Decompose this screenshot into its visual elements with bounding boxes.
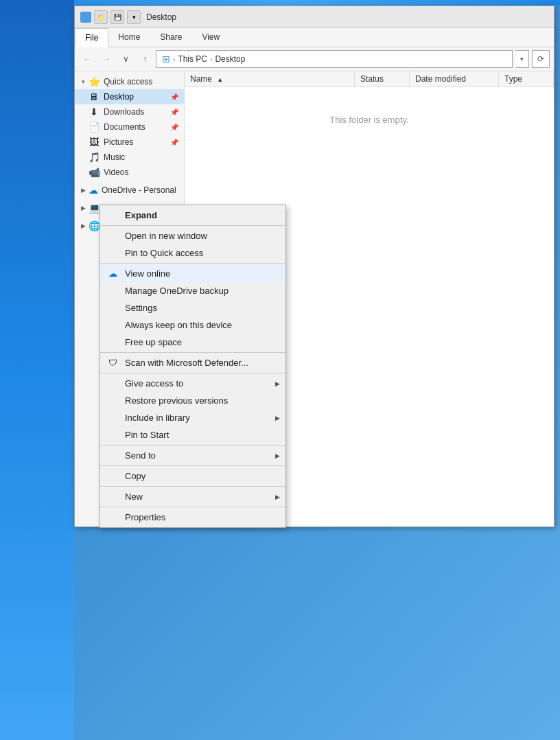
send-to-icon [107, 450, 118, 461]
ctx-sep-3 [100, 352, 285, 353]
ctx-settings[interactable]: Settings [100, 299, 285, 316]
quick-access-icon-2[interactable]: 💾 [110, 10, 124, 24]
ctx-manage-onedrive[interactable]: Manage OneDrive backup [100, 282, 285, 299]
onedrive-expand-arrow: ▶ [79, 186, 87, 194]
downloads-pin-icon: 📌 [170, 108, 178, 116]
left-edge-decoration [0, 0, 74, 740]
sidebar-item-videos-label: Videos [104, 167, 128, 177]
quick-access-header[interactable]: ▾ ⭐ Quick access [75, 74, 184, 89]
new-icon [107, 492, 118, 502]
ctx-sep-4 [100, 373, 285, 373]
ctx-give-access[interactable]: Give access to [100, 375, 285, 392]
copy-icon [107, 471, 118, 482]
ctx-sep-8 [100, 507, 285, 507]
col-name-sort: ▲ [217, 76, 223, 83]
ribbon-tabs: File Home Share View [75, 28, 554, 47]
expand-icon [107, 210, 118, 221]
col-type-label: Type [504, 74, 522, 84]
forward-button[interactable]: → [98, 51, 115, 67]
desktop-pin-icon: 📌 [170, 93, 178, 101]
path-separator-2: › [210, 56, 212, 63]
col-header-status[interactable]: Status [355, 71, 410, 86]
path-home-icon: ⊞ [162, 54, 170, 65]
always-keep-icon [107, 320, 118, 331]
onedrive-header[interactable]: ▶ ☁ OneDrive - Personal [75, 183, 184, 198]
ctx-pin-quick-access[interactable]: Pin to Quick access [100, 244, 285, 262]
address-path-box[interactable]: ⊞ › This PC › Desktop [156, 50, 513, 68]
path-this-pc[interactable]: This PC [178, 54, 207, 64]
col-header-type[interactable]: Type [499, 71, 554, 86]
sidebar-item-documents-label: Documents [104, 122, 145, 132]
quick-access-icon-3[interactable]: ▾ [127, 10, 141, 24]
window-icon [80, 12, 91, 23]
ctx-scan-defender[interactable]: 🛡 Scan with Microsoft Defender... [100, 354, 285, 371]
ctx-copy[interactable]: Copy [100, 467, 285, 485]
manage-onedrive-icon [107, 286, 118, 297]
ctx-always-keep[interactable]: Always keep on this device [100, 316, 285, 334]
videos-icon: 📹 [89, 167, 100, 178]
pictures-pin-icon: 📌 [170, 139, 178, 146]
ctx-restore-prev[interactable]: Restore previous versions [100, 392, 285, 409]
ctx-sep-7 [100, 486, 285, 487]
properties-icon [107, 512, 118, 523]
sidebar-item-pictures[interactable]: 🖼 Pictures 📌 [75, 135, 184, 150]
sidebar-item-videos[interactable]: 📹 Videos [75, 165, 184, 180]
empty-folder-message: This folder is empty. [185, 101, 554, 139]
path-desktop[interactable]: Desktop [215, 54, 245, 64]
quick-access-icon-1[interactable]: 📁 [94, 10, 108, 24]
documents-pin-icon: 📌 [170, 124, 178, 131]
thispc-icon: 💻 [89, 203, 100, 213]
ctx-free-up-space[interactable]: Free up space [100, 334, 285, 351]
sidebar-item-documents[interactable]: 📄 Documents 📌 [75, 119, 184, 135]
up-button[interactable]: ↑ [137, 51, 153, 67]
sidebar-item-downloads[interactable]: ⬇ Downloads 📌 [75, 104, 184, 119]
recent-locations-button[interactable]: ∨ [117, 51, 134, 67]
sidebar-item-desktop[interactable]: 🖥 Desktop 📌 [75, 89, 184, 104]
tab-file[interactable]: File [75, 28, 108, 47]
music-icon: 🎵 [89, 152, 100, 163]
quick-access-star-icon: ⭐ [89, 76, 100, 87]
col-header-name[interactable]: Name ▲ [185, 71, 355, 86]
title-bar: 📁 💾 ▾ Desktop [75, 6, 554, 28]
ctx-view-online[interactable]: ☁ View online [100, 265, 285, 282]
ctx-new-label: New [125, 492, 143, 502]
sidebar-item-music-label: Music [104, 152, 125, 162]
col-header-date[interactable]: Date modified [410, 71, 499, 86]
pin-start-icon [107, 430, 118, 441]
context-menu: Expand Open in new window Pin to Quick a… [100, 205, 286, 528]
col-date-label: Date modified [415, 74, 466, 84]
back-button[interactable]: ← [79, 51, 95, 67]
sidebar-item-music[interactable]: 🎵 Music [75, 150, 184, 165]
ctx-open-new-window-label: Open in new window [125, 231, 207, 241]
refresh-button[interactable]: ⟳ [532, 50, 550, 68]
sidebar-item-pictures-label: Pictures [104, 137, 133, 147]
ctx-always-keep-label: Always keep on this device [125, 320, 232, 330]
free-up-space-icon [107, 337, 118, 348]
quick-access-expand-arrow: ▾ [79, 78, 87, 86]
tab-view[interactable]: View [192, 28, 230, 47]
thispc-expand-arrow: ▶ [79, 204, 87, 212]
tab-home[interactable]: Home [108, 28, 150, 47]
ctx-open-new-window[interactable]: Open in new window [100, 227, 285, 244]
include-library-icon [107, 413, 118, 424]
ctx-give-access-label: Give access to [125, 378, 183, 389]
ctx-view-online-label: View online [125, 268, 170, 279]
address-dropdown-button[interactable]: ▾ [515, 50, 529, 68]
ctx-scan-defender-label: Scan with Microsoft Defender... [125, 358, 248, 368]
ctx-expand[interactable]: Expand [100, 207, 285, 224]
ctx-include-library[interactable]: Include in library [100, 409, 285, 426]
ctx-properties[interactable]: Properties [100, 509, 285, 526]
quick-access-section: ▾ ⭐ Quick access 🖥 Desktop 📌 ⬇ Downloads… [75, 74, 184, 180]
file-list-header: Name ▲ Status Date modified Type [185, 71, 554, 87]
ctx-pin-start[interactable]: Pin to Start [100, 426, 285, 443]
desktop-icon: 🖥 [89, 91, 100, 102]
ctx-sep-1 [100, 225, 285, 226]
ctx-send-to[interactable]: Send to [100, 447, 285, 464]
defender-shield-icon: 🛡 [107, 358, 118, 369]
tab-share[interactable]: Share [150, 28, 192, 47]
quick-access-label: Quick access [104, 77, 152, 86]
documents-icon: 📄 [89, 122, 100, 132]
ctx-properties-label: Properties [125, 512, 165, 522]
ctx-new[interactable]: New [100, 488, 285, 505]
onedrive-section: ▶ ☁ OneDrive - Personal [75, 183, 184, 198]
